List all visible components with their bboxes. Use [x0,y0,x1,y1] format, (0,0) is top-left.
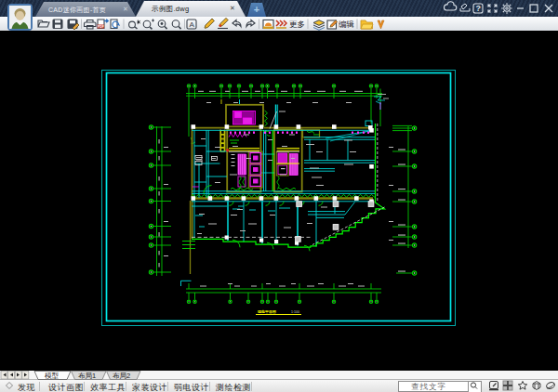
svg-text:?: ? [475,4,481,13]
svg-text:布局2: 布局2 [113,372,130,380]
svg-text:更多: 更多 [289,20,305,29]
svg-text:PDF: PDF [98,25,104,29]
svg-text:布局1: 布局1 [78,372,96,380]
svg-text:强电平面图: 强电平面图 [258,309,276,314]
svg-text:编辑: 编辑 [339,20,354,29]
svg-text:A: A [190,20,195,29]
svg-text:模型: 模型 [45,372,60,380]
svg-text:1:100: 1:100 [291,310,299,314]
